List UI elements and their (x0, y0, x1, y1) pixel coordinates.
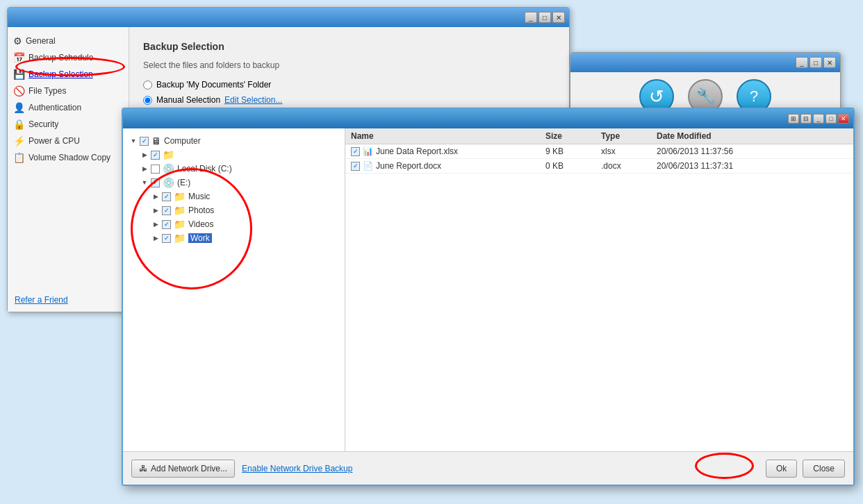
videos-folder-icon: 📁 (174, 219, 186, 230)
toolbar-close-button[interactable]: ✕ (823, 57, 836, 68)
file-modified-1: 20/06/2013 11:37:56 (657, 146, 782, 156)
file-row-2[interactable]: ✓ 📄 June Report.docx 0 KB .docx 20/06/20… (345, 159, 853, 174)
sidebar-item-general[interactable]: ⚙ General (8, 33, 129, 49)
checkbox-local-c[interactable] (151, 165, 160, 174)
minimize-button[interactable]: _ (525, 12, 537, 23)
tree-item-computer[interactable]: ▼ ✓ 🖥 Computer (129, 134, 339, 148)
col-size: Size (545, 131, 601, 141)
footer-right: Ok Close (766, 460, 845, 478)
dialog-extra-btn2[interactable]: ⊟ (800, 114, 812, 124)
expander-computer[interactable]: ▼ (129, 136, 138, 146)
security-icon: 🔒 (13, 119, 25, 130)
section-subtitle: Select the files and folders to backup (143, 60, 555, 70)
label-local-c: Local Disk (C:) (177, 164, 232, 174)
checkbox-drive-e[interactable]: ✓ (151, 178, 160, 187)
tree-item-local-disk-c[interactable]: ▶ 💿 Local Disk (C:) (129, 162, 339, 176)
close-button[interactable]: ✕ (552, 12, 565, 23)
file-icon-2: 📄 (363, 161, 373, 171)
photos-folder-icon: 📁 (174, 205, 186, 216)
file-name-1: ✓ 📊 June Data Report.xlsx (351, 146, 545, 156)
dialog-body: ▼ ✓ 🖥 Computer ▶ ✓ 📁 ▶ 💿 Local (123, 128, 853, 485)
radio-my-documents-label: Backup 'My Documents' Folder (156, 80, 271, 90)
dialog-extra-btn[interactable]: ⊞ (788, 114, 799, 124)
sidebar-label-file-types: File Types (28, 86, 66, 96)
file-name-2: ✓ 📄 June Report.docx (351, 161, 545, 171)
checkbox-work[interactable]: ✓ (162, 234, 171, 243)
dialog-close-btn[interactable]: ✕ (838, 114, 849, 124)
sidebar-item-backup-selection[interactable]: 💾 Backup Selection (8, 66, 129, 83)
auth-icon: 👤 (13, 102, 25, 113)
file-label-1: June Data Report.xlsx (376, 146, 458, 156)
close-dialog-button[interactable]: Close (803, 460, 845, 478)
enable-network-drive-link[interactable]: Enable Network Drive Backup (242, 464, 352, 473)
add-network-drive-button[interactable]: 🖧 Add Network Drive... (131, 460, 235, 478)
checkbox-computer[interactable]: ✓ (140, 137, 149, 146)
sidebar-item-file-types[interactable]: 🚫 File Types (8, 83, 129, 99)
radio-manual-input[interactable] (143, 96, 152, 105)
checkbox-videos[interactable]: ✓ (162, 220, 171, 229)
footer-left: 🖧 Add Network Drive... Enable Network Dr… (131, 460, 352, 478)
file-size-2: 0 KB (545, 161, 601, 171)
tree-item-music[interactable]: ▶ ✓ 📁 Music (129, 190, 339, 203)
sidebar-label-backup-selection: Backup Selection (28, 69, 93, 79)
tree-item-work[interactable]: ▶ ✓ 📁 Work (129, 231, 339, 245)
settings-titlebar-buttons: _ □ ✕ (525, 12, 565, 23)
work-folder-icon: 📁 (174, 233, 186, 244)
checkbox-photos[interactable]: ✓ (162, 206, 171, 215)
sidebar-item-power-cpu[interactable]: ⚡ Power & CPU (8, 133, 129, 149)
tree-item-drive-e[interactable]: ▼ ✓ 💿 (E:) (129, 176, 339, 190)
music-folder-icon: 📁 (174, 191, 186, 202)
label-work: Work (188, 233, 212, 243)
maximize-button[interactable]: □ (539, 12, 551, 23)
expander-photos[interactable]: ▶ (151, 205, 161, 215)
file-size-1: 9 KB (545, 146, 601, 156)
radio-my-documents[interactable]: Backup 'My Documents' Folder (143, 80, 555, 90)
file-type-2: .docx (601, 161, 657, 171)
sidebar-item-backup-schedule[interactable]: 📅 Backup Schedule (8, 49, 129, 66)
expander-work[interactable]: ▶ (151, 233, 161, 243)
settings-sidebar: ⚙ General 📅 Backup Schedule 💾 Backup Sel… (8, 27, 129, 312)
label-photos: Photos (188, 205, 214, 215)
ok-button[interactable]: Ok (766, 460, 797, 478)
add-network-label: Add Network Drive... (151, 464, 227, 473)
sidebar-item-security[interactable]: 🔒 Security (8, 116, 129, 133)
section-title: Backup Selection (143, 41, 555, 52)
file-icon-1: 📊 (363, 146, 373, 156)
expander-videos[interactable]: ▶ (151, 219, 161, 229)
file-browser-dialog: ⊞ ⊟ _ □ ✕ ▼ ✓ 🖥 Computer ▶ ✓ � (122, 108, 855, 486)
col-name: Name (351, 131, 545, 141)
network-drive-icon: 🖧 (139, 464, 147, 473)
label-music: Music (188, 192, 210, 201)
settings-titlebar: _ □ ✕ (8, 8, 569, 27)
expander-local-c[interactable]: ▶ (140, 164, 149, 174)
tree-item-user-folder[interactable]: ▶ ✓ 📁 (129, 148, 339, 162)
checkbox-user-folder[interactable]: ✓ (151, 151, 160, 160)
file-row-1[interactable]: ✓ 📊 June Data Report.xlsx 9 KB xlsx 20/0… (345, 144, 853, 159)
dialog-footer: 🖧 Add Network Drive... Enable Network Dr… (123, 451, 853, 485)
col-date-modified: Date Modified (657, 131, 782, 141)
checkbox-music[interactable]: ✓ (162, 192, 171, 201)
user-folder-icon: 📁 (163, 149, 174, 160)
edit-selection-link[interactable]: Edit Selection... (224, 95, 282, 105)
sidebar-item-authentication[interactable]: 👤 Authentication (8, 99, 129, 116)
general-icon: ⚙ (13, 35, 22, 47)
expander-music[interactable]: ▶ (151, 192, 161, 201)
tree-item-videos[interactable]: ▶ ✓ 📁 Videos (129, 217, 339, 231)
sidebar-item-volume-shadow[interactable]: 📋 Volume Shadow Copy (8, 149, 129, 166)
expander-drive-e[interactable]: ▼ (140, 178, 149, 187)
radio-my-documents-input[interactable] (143, 81, 152, 90)
toolbar-maximize-button[interactable]: □ (809, 57, 822, 68)
volume-icon: 📋 (13, 152, 25, 163)
sidebar-label-general: General (26, 36, 56, 46)
dialog-maximize-btn[interactable]: □ (825, 114, 837, 124)
refer-friend-link[interactable]: Refer a Friend (15, 295, 68, 305)
expander-user-folder[interactable]: ▶ (140, 150, 149, 160)
file-checkbox-2[interactable]: ✓ (351, 162, 360, 171)
toolbar-minimize-button[interactable]: _ (796, 57, 808, 68)
file-type-1: xlsx (601, 146, 657, 156)
dialog-minimize-btn[interactable]: _ (813, 114, 824, 124)
radio-manual-selection[interactable]: Manual Selection Edit Selection... (143, 95, 555, 105)
tree-item-photos[interactable]: ▶ ✓ 📁 Photos (129, 203, 339, 217)
file-checkbox-1[interactable]: ✓ (351, 147, 360, 156)
sidebar-label-backup-schedule: Backup Schedule (28, 53, 93, 62)
